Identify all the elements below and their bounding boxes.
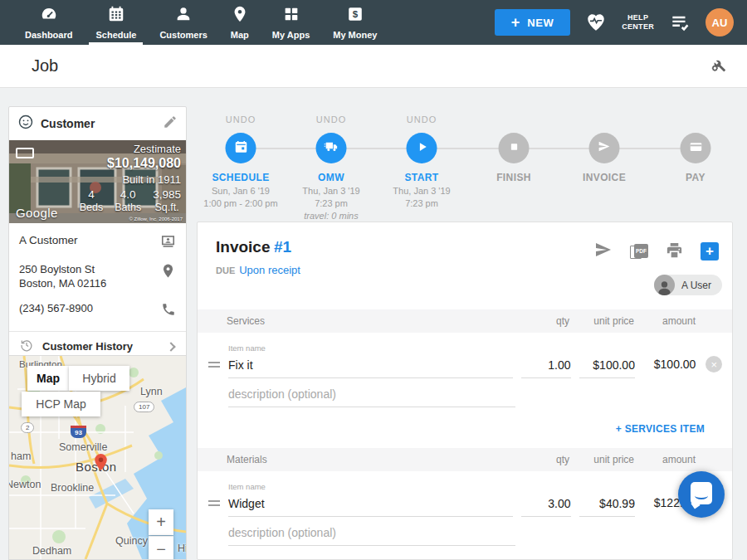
play-icon (414, 139, 429, 158)
service-description-input[interactable] (228, 386, 515, 407)
material-description-row (198, 524, 732, 546)
drag-handle-icon[interactable] (208, 362, 220, 370)
street-view-photo[interactable]: Zestimate $10,149,080 Built in 1911 4Bed… (9, 140, 186, 223)
chat-bubble-icon (691, 482, 712, 504)
svg-text:$: $ (353, 9, 359, 19)
health-heart-icon[interactable] (585, 12, 607, 33)
send-icon-circle[interactable] (589, 133, 620, 163)
edit-pencil-icon[interactable] (163, 114, 178, 133)
material-qty-input[interactable] (521, 495, 570, 517)
zestimate-overlay: Zestimate $10,149,080 Built in 1911 4Bed… (80, 143, 181, 213)
undo-schedule-button[interactable]: UNDO (195, 114, 286, 124)
job-settings-icon[interactable] (709, 56, 727, 77)
nav-item-label: Map (231, 30, 249, 40)
phone-icon[interactable] (161, 302, 176, 320)
job-location-pin (95, 454, 107, 474)
finish-step-button[interactable] (499, 133, 530, 163)
undo-omw-button[interactable]: UNDO (286, 114, 377, 124)
top-nav: Dashboard Schedule Customers Map My Apps… (0, 0, 747, 45)
invoice-actions: PDF + (593, 240, 719, 263)
customer-phone-row: (234) 567-8900 (19, 302, 176, 320)
map-zoom-in-button[interactable]: + (149, 509, 173, 535)
timeline-step-schedule: UNDO SCHEDULE Sun, Jan 6 '191:00 pm - 2:… (195, 106, 286, 218)
map-city-label: ham (11, 450, 31, 462)
hcp-map-button[interactable]: HCP Map (22, 392, 100, 416)
nav-item-my-apps[interactable]: My Apps (261, 0, 321, 45)
calendar-icon (233, 139, 248, 158)
service-description-row (198, 386, 732, 407)
nav-item-map[interactable]: Map (219, 0, 261, 45)
chat-messenger-button[interactable] (678, 471, 725, 518)
delete-item-icon[interactable]: × (706, 356, 722, 373)
user-avatar[interactable]: AU (706, 8, 734, 37)
customer-address-row: 250 Boylston St Boston, MA 02116 (19, 263, 176, 291)
credit-card-icon-circle[interactable] (681, 133, 711, 163)
service-unit-price-input[interactable] (579, 357, 635, 378)
assignee-pill[interactable]: A User (654, 275, 722, 295)
nav-item-dashboard[interactable]: Dashboard (13, 0, 84, 45)
customer-name-row: A Customer (19, 233, 176, 252)
timeline-step-finish: FINISH (468, 106, 559, 218)
undo-start-button[interactable]: UNDO (376, 114, 467, 124)
print-icon[interactable] (665, 241, 684, 263)
due-value-link[interactable]: Upon receipt (239, 264, 300, 276)
chevron-right-icon (166, 342, 175, 351)
hybrid-type-button[interactable]: Hybrid (69, 366, 129, 391)
street-view-toggle-icon[interactable] (16, 148, 34, 158)
map-city-label: Lynn (140, 386, 163, 397)
material-unit-price-input[interactable] (579, 495, 635, 517)
page-title: Job (32, 56, 58, 75)
nav-item-label: Dashboard (25, 30, 72, 40)
timeline-step-pay: PAY (650, 106, 741, 218)
schedule-step-button[interactable] (226, 133, 256, 163)
home-stats: 4Beds 4.0Baths 3,985Sq.ft. (80, 188, 181, 213)
nav-item-schedule[interactable]: Schedule (84, 0, 148, 45)
invoice-number[interactable]: #1 (274, 238, 291, 256)
due-label: DUE (216, 265, 235, 275)
invoice-header: Invoice #1 DUEUpon receipt PDF + A User (198, 222, 732, 309)
nav-item-customers[interactable]: Customers (148, 0, 218, 45)
add-services-item-link[interactable]: + SERVICES ITEM (616, 423, 705, 435)
customer-address: 250 Boylston St Boston, MA 02116 (19, 263, 160, 291)
send-invoice-icon[interactable] (593, 240, 613, 263)
map-zoom-out-button[interactable]: − (149, 536, 173, 560)
map-city-label: Brookline (51, 482, 94, 494)
map-city-label: Quincy (115, 535, 148, 547)
nav-item-label: My Apps (272, 30, 310, 40)
interstate-93-shield: 93 (71, 426, 86, 438)
drag-handle-icon[interactable] (208, 500, 220, 509)
service-item-row: Item name $100.00 × (198, 343, 732, 378)
map-type-button[interactable]: Map (27, 366, 69, 391)
materials-section-header: Materials qty unit price amount (198, 448, 732, 471)
route-2-shield: 2 (21, 422, 34, 433)
location-pin-icon[interactable] (160, 263, 176, 282)
money-icon: $ (346, 5, 364, 27)
omw-step-button[interactable] (316, 133, 347, 163)
plus-icon: + (511, 15, 520, 30)
map-widget[interactable]: Burlington Lynn 107 2 93 Somerville ham … (8, 355, 187, 560)
invoice-card: Invoice #1 DUEUpon receipt PDF + A User … (197, 222, 733, 560)
material-item-name-input[interactable] (228, 495, 513, 517)
customer-card-header: Customer (9, 107, 186, 140)
nav-item-label: Schedule (95, 30, 136, 40)
truck-icon (324, 139, 339, 158)
contact-card-icon[interactable] (160, 233, 176, 252)
assignee-avatar-icon (654, 275, 675, 295)
service-amount: $100.00 (643, 358, 696, 378)
service-item-name-input[interactable] (228, 357, 513, 378)
customer-card: Customer Zestimate $10,149,080 Built in … (8, 106, 187, 363)
nav-item-my-money[interactable]: $ My Money (321, 0, 388, 45)
add-invoice-item-icon[interactable]: + (701, 242, 719, 261)
material-item-row: Item name $122.97 (198, 482, 732, 517)
customer-phone: (234) 567-8900 (19, 302, 161, 316)
item-name-label: Item name (228, 482, 513, 491)
pdf-icon[interactable]: PDF (630, 244, 648, 260)
assignee-name: A User (681, 280, 711, 291)
checklist-icon[interactable] (669, 12, 691, 33)
stop-icon (507, 140, 520, 157)
new-button[interactable]: + NEW (495, 9, 570, 36)
help-center-link[interactable]: HELP CENTER (622, 13, 654, 32)
start-step-button[interactable] (407, 133, 437, 163)
service-qty-input[interactable] (521, 357, 570, 378)
material-description-input[interactable] (228, 524, 515, 546)
